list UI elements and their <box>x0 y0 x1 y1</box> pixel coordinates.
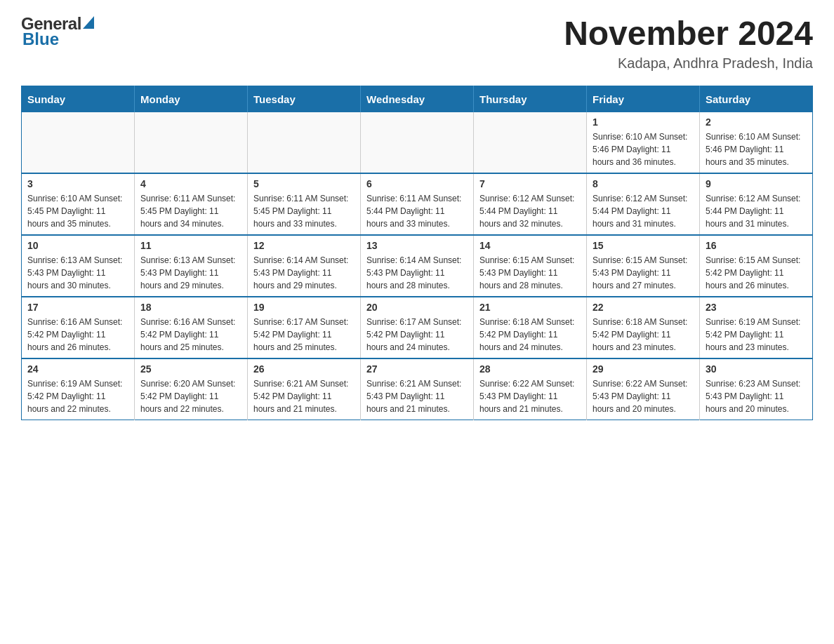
day-info: Sunrise: 6:10 AM Sunset: 5:45 PM Dayligh… <box>27 192 128 230</box>
calendar-cell: 14Sunrise: 6:15 AM Sunset: 5:43 PM Dayli… <box>474 235 587 297</box>
day-number: 10 <box>27 240 128 251</box>
calendar-cell: 2Sunrise: 6:10 AM Sunset: 5:46 PM Daylig… <box>700 112 813 173</box>
calendar-cell: 29Sunrise: 6:22 AM Sunset: 5:43 PM Dayli… <box>587 358 700 420</box>
calendar-cell <box>22 112 135 173</box>
day-number: 19 <box>253 302 355 313</box>
day-number: 5 <box>253 178 355 189</box>
day-info: Sunrise: 6:14 AM Sunset: 5:43 PM Dayligh… <box>253 254 355 292</box>
day-number: 6 <box>366 178 468 189</box>
calendar-cell: 24Sunrise: 6:19 AM Sunset: 5:42 PM Dayli… <box>22 358 135 420</box>
day-info: Sunrise: 6:22 AM Sunset: 5:43 PM Dayligh… <box>593 377 694 415</box>
day-info: Sunrise: 6:12 AM Sunset: 5:44 PM Dayligh… <box>593 192 694 230</box>
logo: General Blue <box>21 14 94 49</box>
day-info: Sunrise: 6:21 AM Sunset: 5:42 PM Dayligh… <box>253 377 355 415</box>
day-info: Sunrise: 6:12 AM Sunset: 5:44 PM Dayligh… <box>706 192 807 230</box>
day-number: 12 <box>253 240 355 251</box>
logo-arrow-icon <box>83 16 94 29</box>
day-header-sunday: Sunday <box>22 86 135 113</box>
calendar-cell: 12Sunrise: 6:14 AM Sunset: 5:43 PM Dayli… <box>248 235 361 297</box>
calendar-cell: 17Sunrise: 6:16 AM Sunset: 5:42 PM Dayli… <box>22 297 135 358</box>
calendar-cell: 21Sunrise: 6:18 AM Sunset: 5:42 PM Dayli… <box>474 297 587 358</box>
title-area: November 2024 Kadapa, Andhra Pradesh, In… <box>564 14 813 72</box>
calendar-cell: 6Sunrise: 6:11 AM Sunset: 5:44 PM Daylig… <box>361 173 474 235</box>
day-number: 3 <box>27 178 128 189</box>
day-number: 22 <box>593 302 694 313</box>
day-number: 29 <box>593 363 694 375</box>
calendar-cell: 9Sunrise: 6:12 AM Sunset: 5:44 PM Daylig… <box>700 173 813 235</box>
day-info: Sunrise: 6:16 AM Sunset: 5:42 PM Dayligh… <box>140 316 241 354</box>
day-info: Sunrise: 6:14 AM Sunset: 5:43 PM Dayligh… <box>366 254 468 292</box>
day-number: 14 <box>479 240 581 251</box>
day-number: 4 <box>140 178 241 189</box>
calendar-cell: 23Sunrise: 6:19 AM Sunset: 5:42 PM Dayli… <box>700 297 813 358</box>
calendar-cell: 16Sunrise: 6:15 AM Sunset: 5:42 PM Dayli… <box>700 235 813 297</box>
day-info: Sunrise: 6:13 AM Sunset: 5:43 PM Dayligh… <box>27 254 128 292</box>
day-info: Sunrise: 6:21 AM Sunset: 5:43 PM Dayligh… <box>366 377 468 415</box>
day-info: Sunrise: 6:13 AM Sunset: 5:43 PM Dayligh… <box>140 254 241 292</box>
calendar-cell: 30Sunrise: 6:23 AM Sunset: 5:43 PM Dayli… <box>700 358 813 420</box>
day-number: 23 <box>706 302 807 313</box>
calendar-week-0: 1Sunrise: 6:10 AM Sunset: 5:46 PM Daylig… <box>22 112 813 173</box>
calendar-header-row: SundayMondayTuesdayWednesdayThursdayFrid… <box>22 86 813 113</box>
calendar-cell: 19Sunrise: 6:17 AM Sunset: 5:42 PM Dayli… <box>248 297 361 358</box>
calendar-cell <box>474 112 587 173</box>
day-info: Sunrise: 6:11 AM Sunset: 5:44 PM Dayligh… <box>366 192 468 230</box>
day-info: Sunrise: 6:16 AM Sunset: 5:42 PM Dayligh… <box>27 316 128 354</box>
day-info: Sunrise: 6:15 AM Sunset: 5:43 PM Dayligh… <box>593 254 694 292</box>
day-info: Sunrise: 6:22 AM Sunset: 5:43 PM Dayligh… <box>479 377 581 415</box>
calendar-cell: 4Sunrise: 6:11 AM Sunset: 5:45 PM Daylig… <box>135 173 248 235</box>
day-number: 18 <box>140 302 241 313</box>
day-info: Sunrise: 6:15 AM Sunset: 5:43 PM Dayligh… <box>479 254 581 292</box>
calendar-cell <box>361 112 474 173</box>
calendar-week-2: 10Sunrise: 6:13 AM Sunset: 5:43 PM Dayli… <box>22 235 813 297</box>
calendar-cell: 13Sunrise: 6:14 AM Sunset: 5:43 PM Dayli… <box>361 235 474 297</box>
calendar-week-1: 3Sunrise: 6:10 AM Sunset: 5:45 PM Daylig… <box>22 173 813 235</box>
day-number: 17 <box>27 302 128 313</box>
day-info: Sunrise: 6:23 AM Sunset: 5:43 PM Dayligh… <box>706 377 807 415</box>
day-header-thursday: Thursday <box>474 86 587 113</box>
page-title: November 2024 <box>564 14 813 53</box>
calendar-cell: 22Sunrise: 6:18 AM Sunset: 5:42 PM Dayli… <box>587 297 700 358</box>
day-number: 15 <box>593 240 694 251</box>
calendar-cell: 3Sunrise: 6:10 AM Sunset: 5:45 PM Daylig… <box>22 173 135 235</box>
day-info: Sunrise: 6:10 AM Sunset: 5:46 PM Dayligh… <box>706 130 807 168</box>
calendar-week-3: 17Sunrise: 6:16 AM Sunset: 5:42 PM Dayli… <box>22 297 813 358</box>
day-number: 13 <box>366 240 468 251</box>
day-info: Sunrise: 6:10 AM Sunset: 5:46 PM Dayligh… <box>593 130 694 168</box>
calendar-cell: 26Sunrise: 6:21 AM Sunset: 5:42 PM Dayli… <box>248 358 361 420</box>
day-number: 2 <box>706 116 807 128</box>
calendar-cell: 15Sunrise: 6:15 AM Sunset: 5:43 PM Dayli… <box>587 235 700 297</box>
calendar-cell: 18Sunrise: 6:16 AM Sunset: 5:42 PM Dayli… <box>135 297 248 358</box>
day-number: 21 <box>479 302 581 313</box>
day-header-monday: Monday <box>135 86 248 113</box>
calendar-cell: 8Sunrise: 6:12 AM Sunset: 5:44 PM Daylig… <box>587 173 700 235</box>
day-info: Sunrise: 6:19 AM Sunset: 5:42 PM Dayligh… <box>27 377 128 415</box>
calendar-cell: 27Sunrise: 6:21 AM Sunset: 5:43 PM Dayli… <box>361 358 474 420</box>
subtitle: Kadapa, Andhra Pradesh, India <box>564 55 813 72</box>
calendar-cell <box>135 112 248 173</box>
day-header-friday: Friday <box>587 86 700 113</box>
day-number: 8 <box>593 178 694 189</box>
day-number: 7 <box>479 178 581 189</box>
day-number: 30 <box>706 363 807 375</box>
day-number: 28 <box>479 363 581 375</box>
calendar-cell: 11Sunrise: 6:13 AM Sunset: 5:43 PM Dayli… <box>135 235 248 297</box>
day-number: 26 <box>253 363 355 375</box>
calendar-cell: 5Sunrise: 6:11 AM Sunset: 5:45 PM Daylig… <box>248 173 361 235</box>
calendar-cell: 10Sunrise: 6:13 AM Sunset: 5:43 PM Dayli… <box>22 235 135 297</box>
calendar-cell: 25Sunrise: 6:20 AM Sunset: 5:42 PM Dayli… <box>135 358 248 420</box>
day-info: Sunrise: 6:17 AM Sunset: 5:42 PM Dayligh… <box>366 316 468 354</box>
day-info: Sunrise: 6:12 AM Sunset: 5:44 PM Dayligh… <box>479 192 581 230</box>
calendar-cell <box>248 112 361 173</box>
day-header-saturday: Saturday <box>700 86 813 113</box>
calendar-table: SundayMondayTuesdayWednesdayThursdayFrid… <box>21 86 813 420</box>
calendar-week-4: 24Sunrise: 6:19 AM Sunset: 5:42 PM Dayli… <box>22 358 813 420</box>
day-number: 24 <box>27 363 128 375</box>
day-info: Sunrise: 6:17 AM Sunset: 5:42 PM Dayligh… <box>253 316 355 354</box>
day-number: 11 <box>140 240 241 251</box>
day-info: Sunrise: 6:18 AM Sunset: 5:42 PM Dayligh… <box>479 316 581 354</box>
logo-blue-text: Blue <box>21 29 94 49</box>
calendar-cell: 7Sunrise: 6:12 AM Sunset: 5:44 PM Daylig… <box>474 173 587 235</box>
calendar-cell: 20Sunrise: 6:17 AM Sunset: 5:42 PM Dayli… <box>361 297 474 358</box>
day-number: 25 <box>140 363 241 375</box>
